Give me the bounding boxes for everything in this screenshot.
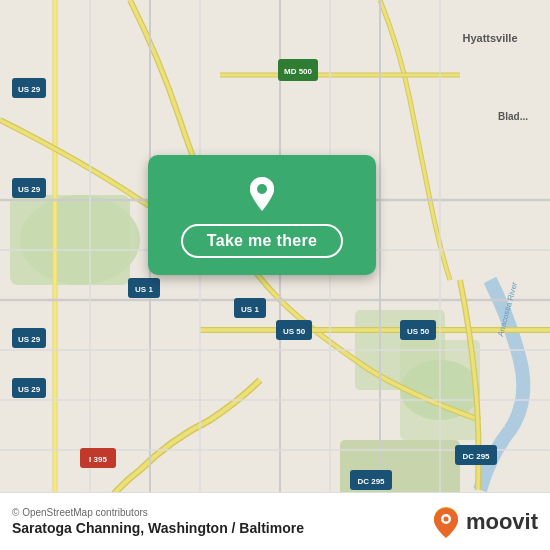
moovit-brand-text: moovit [466,509,538,535]
map-background: US 29 US 29 US 29 US 29 MD 500 US 1 US 1… [0,0,550,550]
svg-text:Hyattsville: Hyattsville [462,32,517,44]
location-name: Saratoga Channing, Washington / Baltimor… [12,520,304,536]
svg-rect-2 [10,195,130,285]
svg-point-59 [443,516,448,521]
bottom-bar: © OpenStreetMap contributors Saratoga Ch… [0,492,550,550]
svg-text:DC 295: DC 295 [462,452,490,461]
location-info: © OpenStreetMap contributors Saratoga Ch… [12,507,304,536]
moovit-pin-icon [430,506,462,538]
location-pin-icon [241,172,283,214]
take-me-there-button[interactable]: Take me there [181,224,343,258]
svg-text:US 1: US 1 [135,285,153,294]
map-container: US 29 US 29 US 29 US 29 MD 500 US 1 US 1… [0,0,550,550]
svg-text:DC 295: DC 295 [357,477,385,486]
action-card: Take me there [148,155,376,275]
svg-text:US 1: US 1 [241,305,259,314]
svg-text:US 29: US 29 [18,385,41,394]
svg-text:US 50: US 50 [407,327,430,336]
moovit-logo: moovit [430,506,538,538]
svg-text:US 29: US 29 [18,85,41,94]
svg-text:I 395: I 395 [89,455,107,464]
svg-text:US 29: US 29 [18,185,41,194]
svg-text:US 50: US 50 [283,327,306,336]
svg-text:Blad...: Blad... [498,111,528,122]
svg-text:MD 500: MD 500 [284,67,313,76]
svg-text:US 29: US 29 [18,335,41,344]
copyright-text: © OpenStreetMap contributors [12,507,304,518]
svg-point-56 [257,184,267,194]
